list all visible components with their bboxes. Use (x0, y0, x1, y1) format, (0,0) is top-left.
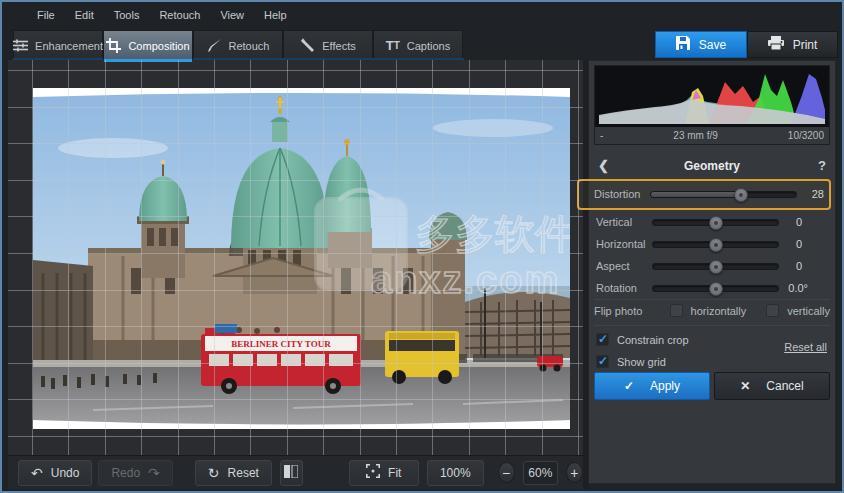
sliders-icon (13, 39, 28, 52)
show-grid-checkbox[interactable] (596, 355, 609, 368)
slider-row-aspect: Aspect 0 (594, 257, 830, 277)
camera-settings: 23 mm f/9 (603, 130, 788, 141)
slider-value: 0 (772, 260, 802, 272)
panel-header: ❮ Geometry ? (594, 159, 830, 175)
tab-captions[interactable]: TT Captions (373, 30, 463, 60)
slider-knob[interactable] (709, 238, 723, 252)
reset-icon: ↻ (208, 466, 220, 480)
show-grid-label: Show grid (617, 356, 666, 368)
save-label: Save (699, 38, 726, 52)
menu-file[interactable]: File (28, 6, 64, 24)
flip-horizontal-checkbox[interactable] (670, 304, 683, 317)
plus-icon: + (570, 465, 578, 481)
slider-label: Aspect (596, 260, 630, 272)
slider-knob[interactable] (734, 188, 748, 202)
red-bus: BERLINER CITY TOUR (201, 327, 361, 394)
print-button[interactable]: Print (747, 31, 838, 58)
zoom-level-label: 60% (528, 466, 552, 480)
tab-label: Retouch (229, 40, 270, 52)
tab-effects[interactable]: Effects (283, 30, 373, 60)
tab-label: Captions (407, 40, 450, 52)
slider-label: Vertical (596, 216, 632, 228)
flip-photo-row: Flip photo horizontally vertically (594, 304, 830, 317)
panel-action-buttons: ✓ Apply ✕ Cancel (594, 372, 830, 400)
redo-label: Redo (111, 466, 140, 480)
panel-title: Geometry (594, 159, 830, 173)
zoom-in-button[interactable]: + (566, 462, 583, 483)
flip-vertical-checkbox[interactable] (766, 304, 779, 317)
crop-icon (106, 38, 121, 53)
camera-info: - 23 mm f/9 10/3200 (595, 127, 829, 144)
horizontal-slider[interactable] (652, 241, 779, 248)
svg-text:anxz.com: anxz.com (371, 259, 560, 301)
reset-button[interactable]: ↻ Reset (195, 460, 272, 486)
flip-vertical-label: vertically (787, 305, 830, 317)
menu-view[interactable]: View (211, 6, 253, 24)
zoom-level-value[interactable]: 60% (523, 461, 558, 485)
flip-photo-label: Flip photo (594, 305, 670, 317)
slider-label: Distortion (594, 188, 640, 200)
photo-canvas[interactable]: BERLINER CITY TOUR (8, 60, 583, 455)
constrain-crop-label: Constrain crop (617, 334, 689, 346)
save-button[interactable]: Save (655, 31, 747, 58)
cancel-button[interactable]: ✕ Cancel (714, 372, 830, 400)
zoom-out-button[interactable]: − (498, 462, 515, 483)
aspect-slider[interactable] (652, 263, 779, 270)
slider-row-vertical: Vertical 0 (594, 213, 830, 233)
app-window: File Edit Tools Retouch View Help Enhanc… (0, 0, 844, 493)
slider-label: Rotation (596, 282, 637, 294)
tab-label: Enhancement (35, 40, 103, 52)
photo-image[interactable]: BERLINER CITY TOUR (33, 88, 570, 429)
histogram-plot (595, 66, 829, 127)
cancel-label: Cancel (766, 379, 803, 393)
check-icon: ✓ (624, 379, 634, 393)
divider (594, 299, 830, 300)
menu-edit[interactable]: Edit (66, 6, 103, 24)
slider-row-horizontal: Horizontal 0 (594, 235, 830, 255)
slider-row-distortion: Distortion 28 (594, 185, 830, 205)
reset-label: Reset (228, 466, 259, 480)
slider-row-rotation: Rotation 0.0° (594, 279, 830, 299)
tab-retouch[interactable]: Retouch (193, 30, 283, 60)
fit-label: Fit (388, 466, 401, 480)
redo-button[interactable]: Redo ↷ (98, 460, 172, 486)
slider-knob[interactable] (709, 216, 723, 230)
slider-knob[interactable] (709, 260, 723, 274)
undo-label: Undo (51, 466, 80, 480)
printer-icon (768, 36, 784, 53)
fit-button[interactable]: Fit (349, 460, 419, 486)
zoom-100-button[interactable]: 100% (427, 460, 484, 486)
flip-horizontal-label: horizontally (691, 305, 767, 317)
menu-help[interactable]: Help (255, 6, 296, 24)
slider-value: 0 (772, 238, 802, 250)
slider-label: Horizontal (596, 238, 646, 250)
constrain-crop-checkbox[interactable] (596, 333, 609, 346)
geometry-panel: - 23 mm f/9 10/3200 ❮ Geometry ? Distort… (588, 60, 836, 484)
vertical-slider[interactable] (652, 219, 779, 226)
before-after-button[interactable] (280, 460, 303, 486)
rotation-slider[interactable] (652, 285, 779, 292)
slider-knob[interactable] (709, 282, 723, 296)
tab-composition[interactable]: Composition (103, 30, 193, 60)
apply-label: Apply (650, 379, 680, 393)
menu-retouch[interactable]: Retouch (150, 6, 209, 24)
menu-tools[interactable]: Tools (105, 6, 149, 24)
close-icon: ✕ (740, 379, 750, 393)
slider-value: 0.0° (772, 282, 808, 294)
top-action-buttons: Save Print (655, 31, 838, 58)
bottom-toolbar: ↶ Undo Redo ↷ ↻ Reset Fit 100% − 60% (8, 455, 583, 489)
tab-enhancement[interactable]: Enhancement (13, 30, 103, 60)
minus-icon: − (502, 465, 510, 481)
shutter-speed: 10/3200 (788, 130, 824, 141)
text-icon: TT (386, 38, 400, 53)
help-button[interactable]: ? (818, 158, 826, 173)
histogram: - 23 mm f/9 10/3200 (594, 65, 830, 145)
constrain-crop-row: Constrain crop (596, 333, 689, 346)
before-after-icon (284, 465, 298, 481)
apply-button[interactable]: ✓ Apply (594, 372, 710, 400)
undo-button[interactable]: ↶ Undo (18, 460, 92, 486)
distortion-slider[interactable] (650, 191, 797, 198)
reset-all-link[interactable]: Reset all (784, 341, 827, 353)
tab-label: Composition (128, 40, 189, 52)
menu-bar: File Edit Tools Retouch View Help (2, 2, 842, 28)
